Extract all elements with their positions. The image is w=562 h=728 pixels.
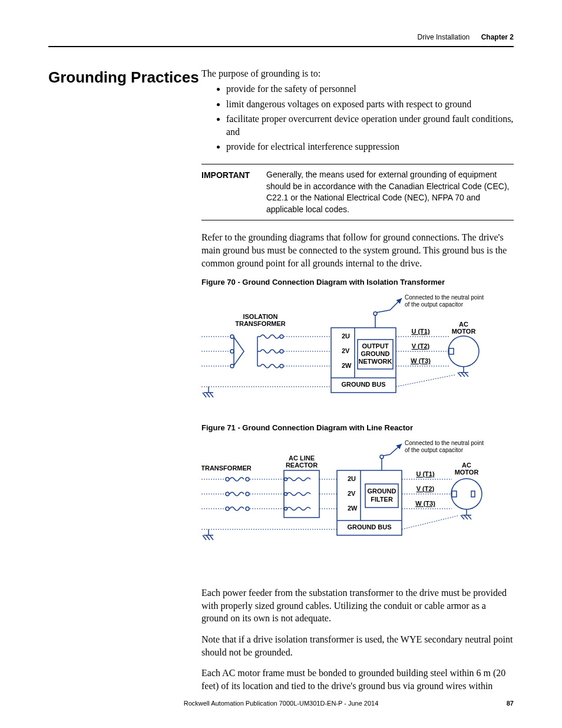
svg-line-22 — [210, 393, 213, 397]
svg-line-29 — [377, 310, 390, 312]
svg-line-73 — [384, 454, 390, 456]
diagram-label: 2W — [342, 362, 352, 369]
important-callout: IMPORTANT Generally, the means used for … — [201, 164, 514, 220]
section-title: Grounding Practices — [48, 68, 201, 87]
svg-line-20 — [203, 393, 206, 397]
intro-text: The purpose of grounding is to: — [201, 68, 514, 79]
svg-line-37 — [458, 373, 461, 377]
svg-line-38 — [461, 373, 465, 377]
diagram-label: ACMOTOR — [455, 462, 479, 476]
diagram-label: OUTPUT — [362, 342, 389, 350]
diagram-label: 2U — [348, 475, 356, 482]
footer-publication: Rockwell Automation Publication 7000L-UM… — [72, 700, 490, 707]
svg-point-50 — [246, 507, 249, 510]
footer: Rockwell Automation Publication 7000L-UM… — [48, 700, 514, 707]
svg-line-0 — [390, 298, 402, 310]
important-label: IMPORTANT — [201, 169, 266, 215]
svg-line-66 — [210, 535, 213, 540]
svg-point-47 — [226, 507, 229, 510]
svg-point-13 — [280, 364, 283, 368]
diagram-label: 2U — [342, 332, 350, 340]
diagram-label: GROUND — [368, 487, 396, 495]
diagram-label: Connected to the neutral pointof the out… — [405, 294, 484, 308]
diagram-label: V (T2) — [412, 342, 430, 350]
diagram-label: 2V — [348, 490, 356, 497]
svg-line-83 — [464, 515, 468, 519]
svg-line-39 — [465, 373, 468, 377]
diagram-label: GROUND BUS — [347, 523, 391, 531]
diagram-label: FILTER — [371, 496, 393, 503]
bullet-item: provide for electrical interference supp… — [226, 140, 514, 153]
paragraph: Each AC motor frame must be bonded to gr… — [201, 667, 514, 692]
svg-point-45 — [226, 477, 229, 481]
svg-point-57 — [285, 508, 287, 510]
svg-point-56 — [285, 493, 287, 496]
svg-line-41 — [390, 444, 402, 454]
svg-rect-34 — [449, 348, 454, 354]
running-header: Drive Installation Chapter 2 — [48, 33, 514, 41]
svg-line-82 — [461, 515, 464, 519]
paragraph: Each power feeder from the substation tr… — [201, 587, 514, 625]
page-number: 87 — [490, 700, 514, 707]
bullet-item: provide for the safety of personnel — [226, 83, 514, 95]
svg-point-11 — [280, 335, 283, 338]
diagram-label: AC LINEREACTOR — [286, 454, 318, 469]
figure-70-diagram: .lbl{font-family:Arial,Helvetica,sans-se… — [201, 292, 502, 404]
diagram-label: Connected to the neutral pointof the out… — [405, 440, 484, 453]
svg-rect-79 — [471, 491, 475, 497]
svg-point-55 — [285, 478, 287, 481]
svg-line-85 — [402, 516, 458, 529]
diagram-label: U (T1) — [411, 328, 430, 335]
svg-point-33 — [448, 336, 479, 367]
header-rule — [48, 46, 514, 47]
svg-line-21 — [206, 393, 210, 397]
diagram-label: TRANSFORMER — [201, 465, 252, 472]
svg-line-65 — [206, 535, 210, 540]
diagram-label: U (T1) — [416, 470, 435, 477]
svg-point-46 — [226, 492, 229, 496]
svg-point-12 — [280, 350, 283, 353]
svg-line-64 — [203, 535, 206, 540]
header-chapter: Chapter 2 — [481, 33, 514, 41]
right-column: The purpose of grounding is to: provide … — [201, 68, 514, 700]
body: Grounding Practices The purpose of groun… — [48, 68, 514, 700]
important-text: Generally, the means used for external g… — [266, 169, 514, 215]
diagram-label: ACMOTOR — [452, 321, 476, 335]
paragraph: Note that if a drive isolation transform… — [201, 633, 514, 658]
diagram-label: ISOLATIONTRANSFORMER — [235, 313, 286, 327]
paragraph: Refer to the grounding diagrams that fol… — [201, 231, 514, 269]
figure-caption: Figure 70 - Ground Connection Diagram wi… — [201, 278, 514, 286]
svg-point-48 — [246, 477, 249, 481]
diagram-label: V (T2) — [416, 485, 435, 492]
diagram-label: W (T3) — [411, 357, 431, 364]
left-column: Grounding Practices — [48, 68, 201, 700]
diagram-label: NETWORK — [359, 358, 392, 365]
page: Drive Installation Chapter 2 Grounding P… — [0, 0, 562, 728]
header-section: Drive Installation — [418, 33, 470, 41]
bullet-item: facilitate proper overcurrent device ope… — [226, 113, 514, 138]
svg-line-40 — [396, 375, 455, 387]
bullet-item: limit dangerous voltages on exposed part… — [226, 98, 514, 111]
diagram-label: 2W — [348, 505, 358, 512]
diagram-label: 2V — [342, 347, 350, 354]
diagram-label: W (T3) — [415, 500, 435, 507]
svg-point-49 — [246, 492, 249, 496]
diagram-label: GROUND — [361, 350, 390, 357]
figure-71-diagram: .lbl{font-family:Arial,Helvetica,sans-se… — [201, 438, 502, 556]
bullet-list: provide for the safety of personnel limi… — [201, 83, 514, 153]
svg-line-84 — [468, 515, 471, 519]
svg-point-77 — [451, 479, 482, 509]
figure-caption: Figure 71 - Ground Connection Diagram wi… — [201, 423, 514, 432]
svg-point-5 — [230, 350, 234, 353]
diagram-label: GROUND BUS — [341, 381, 385, 388]
svg-rect-78 — [452, 491, 457, 497]
